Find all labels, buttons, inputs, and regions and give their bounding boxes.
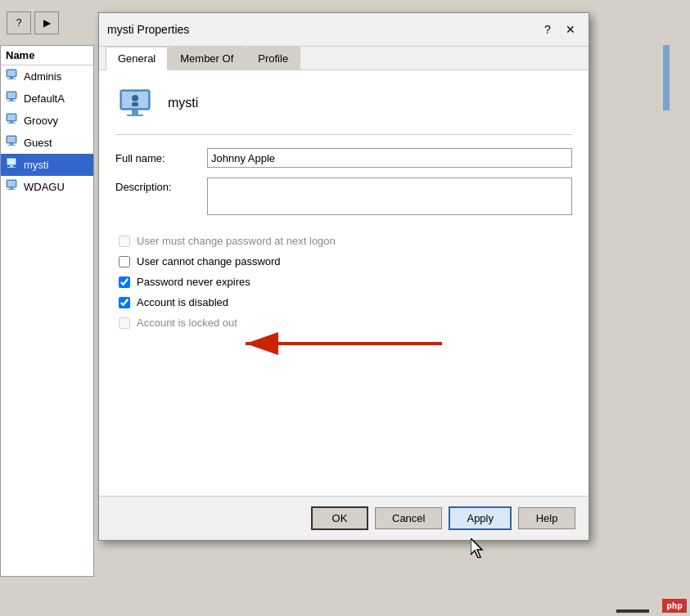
sidebar-item-label: DefaultA (24, 92, 65, 105)
user-icon (6, 90, 20, 107)
play-toolbar-button[interactable]: ▶ (34, 11, 59, 34)
description-row: Description: (115, 178, 572, 215)
checkbox-label-chk5: Account is locked out (137, 317, 237, 329)
tab-bar: General Member Of Profile (99, 47, 589, 70)
php-badge: php (662, 599, 687, 613)
right-panel-accent (663, 45, 670, 110)
tab-member-of[interactable]: Member Of (168, 47, 246, 70)
apply-button[interactable]: Apply (449, 506, 512, 530)
tab-general[interactable]: General (106, 47, 168, 70)
svg-rect-3 (7, 79, 16, 79)
checkbox-row-3: Account is disabled (115, 296, 572, 308)
svg-rect-21 (7, 181, 16, 187)
svg-rect-10 (10, 121, 13, 123)
svg-rect-6 (10, 99, 13, 101)
user-icon (6, 178, 20, 196)
dialog-help-button[interactable]: ? (538, 20, 557, 39)
checkbox-row-1: User cannot change password (115, 255, 572, 268)
svg-rect-29 (132, 102, 138, 106)
svg-rect-9 (7, 115, 16, 120)
help-toolbar-button[interactable]: ? (7, 11, 31, 34)
svg-rect-14 (10, 143, 13, 145)
right-panel (670, 45, 690, 577)
sidebar-item-mysti[interactable]: mysti (1, 154, 93, 176)
checkbox-chk2[interactable] (119, 256, 130, 268)
tab-profile[interactable]: Profile (246, 47, 300, 70)
ok-button[interactable]: OK (311, 506, 368, 530)
full-name-label: Full name: (115, 152, 197, 164)
user-header: mysti (115, 83, 572, 135)
sidebar-item-guest[interactable]: Guest (1, 132, 93, 154)
svg-rect-1 (7, 70, 16, 76)
checkbox-label-chk4: Account is disabled (137, 296, 228, 308)
checkbox-chk4[interactable] (119, 297, 130, 308)
svg-rect-15 (7, 145, 16, 146)
svg-rect-17 (7, 159, 16, 164)
full-name-input[interactable] (207, 148, 572, 168)
svg-rect-11 (7, 123, 16, 124)
sidebar-header: Name (1, 46, 93, 65)
user-icon (6, 134, 20, 151)
svg-rect-18 (10, 165, 13, 167)
cancel-button[interactable]: Cancel (375, 507, 442, 529)
checkboxes-container: User must change password at next logonU… (115, 235, 572, 329)
sidebar-item-adminis[interactable]: Adminis (1, 65, 93, 88)
sidebar-item-label: WDAGU (24, 181, 65, 193)
svg-rect-5 (7, 92, 16, 98)
svg-rect-13 (7, 137, 16, 142)
svg-point-28 (132, 95, 138, 101)
dialog-content: mysti Full name: Description: User must … (99, 70, 589, 496)
svg-rect-19 (7, 167, 16, 168)
sidebar-item-label: Groovy (24, 115, 58, 127)
checkbox-label-chk2: User cannot change password (137, 255, 281, 268)
sidebar: Name Adminis DefaultA Groovy Guest mysti… (0, 45, 94, 577)
dialog-footer: OK Cancel Apply Help (99, 496, 589, 540)
full-name-row: Full name: (115, 148, 572, 168)
svg-rect-22 (10, 187, 13, 189)
user-display-name: mysti (168, 96, 198, 110)
svg-rect-26 (132, 110, 138, 115)
dialog-title: mysti Properties (107, 23, 189, 36)
description-label: Description: (115, 178, 197, 193)
avatar (115, 83, 155, 123)
sidebar-item-label: mysti (24, 159, 48, 171)
sidebar-item-groovy[interactable]: Groovy (1, 110, 93, 132)
checkbox-row-0: User must change password at next logon (115, 235, 572, 247)
sidebar-item-label: Adminis (24, 70, 61, 83)
dialog-close-button[interactable]: ✕ (561, 20, 580, 39)
svg-rect-2 (10, 77, 13, 79)
checkbox-row-4: Account is locked out (115, 317, 572, 329)
svg-rect-7 (7, 101, 16, 101)
sidebar-item-wdagu[interactable]: WDAGU (1, 176, 93, 198)
description-input[interactable] (207, 178, 572, 215)
checkbox-row-2: Password never expires (115, 276, 572, 288)
dialog-controls: ? ✕ (538, 20, 580, 39)
user-icon (6, 112, 20, 129)
checkbox-chk3[interactable] (119, 277, 130, 288)
user-icon (6, 68, 20, 85)
sidebar-item-defaulta[interactable]: DefaultA (1, 88, 93, 110)
checkbox-chk1 (119, 236, 130, 247)
svg-rect-27 (127, 115, 143, 116)
php-badge2 (616, 609, 649, 613)
checkbox-chk5 (119, 317, 130, 329)
sidebar-item-label: Guest (24, 137, 52, 149)
checkbox-label-chk1: User must change password at next logon (137, 235, 336, 247)
properties-dialog: mysti Properties ? ✕ General Member Of P… (98, 12, 589, 541)
checkbox-label-chk3: Password never expires (137, 276, 250, 288)
help-button[interactable]: Help (518, 507, 575, 529)
user-icon (6, 156, 20, 173)
svg-rect-23 (7, 189, 16, 190)
dialog-titlebar: mysti Properties ? ✕ (99, 13, 589, 47)
